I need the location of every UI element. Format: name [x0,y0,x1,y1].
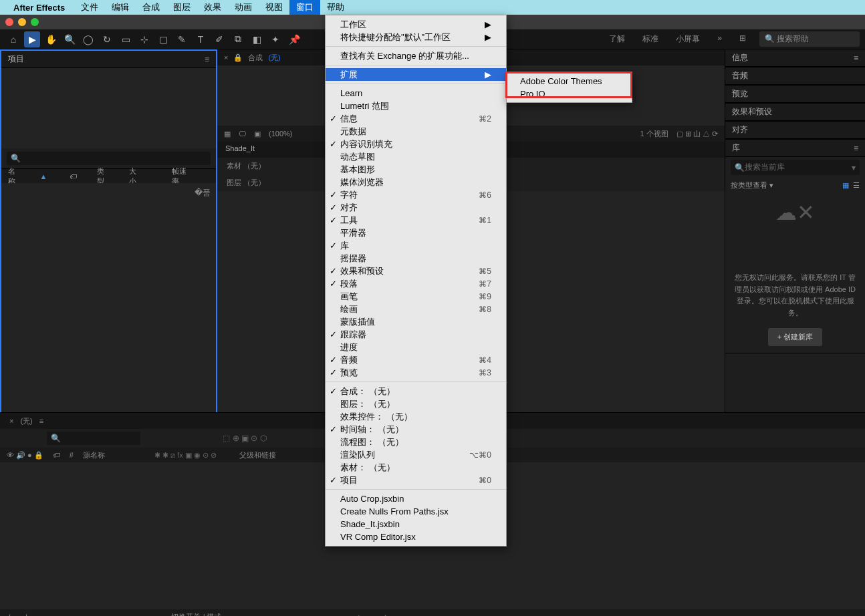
menu-item[interactable]: ✓内容识别填充 [326,138,506,150]
comp-label[interactable]: 合成 [248,53,263,63]
brush-tool-icon[interactable]: ✐ [211,31,227,47]
project-panel-title[interactable]: 项目 [8,53,24,65]
zoom-slider[interactable]: ━ ●━━━━ ▲ [350,613,389,617]
menu-item[interactable]: 平滑器 [326,226,506,239]
menu-item[interactable]: ✓合成： （无） [326,385,506,398]
menu-effect[interactable]: 效果 [197,0,228,15]
menu-item[interactable]: ✓字符⌘6 [326,188,506,201]
workspace-learn[interactable]: 了解 [605,31,629,47]
submenu-adobe-color[interactable]: Adobe Color Themes [507,75,632,88]
timeline-tab[interactable]: (无) [20,416,32,426]
menu-help[interactable]: 帮助 [320,0,351,15]
menu-item[interactable]: ✓信息⌘2 [326,112,506,125]
menu-item[interactable]: ✓项目⌘0 [326,474,506,486]
tag-icon[interactable]: 🏷 [70,172,77,180]
menu-item[interactable]: 扩展▶ [326,68,506,81]
menu-item[interactable]: 绘画⌘8 [326,303,506,315]
menu-anim[interactable]: 动画 [228,0,259,15]
menu-item[interactable]: 摇摆器 [326,252,506,265]
timeline-icons[interactable]: ⬚ ⊕ ▣ ⊙ ⬡ [223,434,266,443]
col-number[interactable]: # [70,451,74,459]
menu-item[interactable]: 效果控件： （无） [326,410,506,423]
menu-item[interactable]: ✓预览⌘3 [326,366,506,379]
menu-item[interactable]: 查找有关 Exchange 的扩展功能... [326,49,506,62]
menu-item[interactable]: 流程图： （无） [326,436,506,448]
puppet-tool-icon[interactable]: 📌 [286,31,302,47]
panel-menu-icon[interactable]: ≡ [854,53,858,63]
panel-align[interactable]: 对齐 [732,124,748,136]
tag-col-icon[interactable]: 🏷 [53,451,60,459]
workspace-small[interactable]: 小屏幕 [672,31,704,47]
switch-icons[interactable]: ✱ ✱ ⧄ fx ▣ ◉ ⊙ ⊘ [154,451,217,460]
menu-item[interactable]: 媒体浏览器 [326,176,506,188]
menu-item[interactable]: 基本图形 [326,163,506,176]
menu-item[interactable]: 工作区▶ [326,18,506,31]
menu-item[interactable]: Create Nulls From Paths.jsx [326,505,506,518]
menu-layer[interactable]: 图层 [166,0,197,15]
close-icon[interactable] [5,18,13,26]
library-sort[interactable]: 按类型查看 [731,180,767,190]
zoom-value[interactable]: (100%) [269,130,292,138]
menu-item[interactable]: 将快捷键分配给"默认"工作区▶ [326,31,506,43]
menu-item[interactable]: 画笔⌘9 [326,290,506,303]
menu-item[interactable]: 渲染队列⌥⌘0 [326,448,506,461]
grid-icon[interactable]: ▦ [224,130,231,138]
menu-item[interactable]: Learn [326,87,506,100]
grid-view-icon[interactable]: ▦ [842,181,849,190]
anchor-tool-icon[interactable]: ⊹ [136,31,152,47]
menu-item[interactable]: VR Comp Editor.jsx [326,530,506,543]
menu-item[interactable]: 蒙版插值 [326,315,506,328]
menu-item[interactable]: ✓音频⌘4 [326,353,506,366]
menu-item[interactable]: 元数据 [326,125,506,138]
alpha-icon[interactable]: ▣ [254,130,261,138]
roto-tool-icon[interactable]: ✦ [267,31,283,47]
workspace-more-icon[interactable]: » [713,31,726,47]
menu-item[interactable]: ✓跟踪器 [326,328,506,341]
zoom-tool-icon[interactable]: 🔍 [61,31,78,47]
list-view-icon[interactable]: ☰ [853,181,860,190]
menu-view[interactable]: 视图 [259,0,289,15]
menu-item[interactable]: ✓段落⌘7 [326,277,506,290]
panel-info[interactable]: 信息 [732,52,748,63]
menu-item[interactable]: 动态草图 [326,150,506,163]
rect-tool-icon[interactable]: ▢ [155,31,171,47]
panel-menu-icon[interactable]: ≡ [205,55,209,64]
menu-item[interactable]: ✓时间轴： （无） [326,423,506,436]
lock-icon[interactable]: 🔒 [233,53,243,62]
toggle-switches[interactable]: 切换开关 / 模式 [171,612,221,617]
orbit-tool-icon[interactable]: ◯ [80,31,96,47]
workspace-reset-icon[interactable]: ⊞ [735,31,750,47]
home-icon[interactable]: ⌂ [5,31,21,47]
menu-item[interactable]: Auto Crop.jsxbin [326,492,506,505]
flow-icon[interactable]: �품 [195,187,211,198]
menu-item[interactable]: Shade_It.jsxbin [326,518,506,530]
menu-item[interactable]: 素材： （无） [326,461,506,474]
help-search[interactable]: 🔍 搜索帮助 [759,31,860,47]
view-icons[interactable]: ▢ ⊞ 山 △ ⟳ [676,129,718,139]
project-search[interactable]: 🔍 [7,152,211,165]
res-icon[interactable]: 🖵 [239,130,246,138]
panel-menu-icon[interactable]: ≡ [854,144,858,153]
menu-item[interactable]: 图层： （无） [326,398,506,410]
rotate-tool-icon[interactable]: ↻ [99,31,115,47]
panel-audio[interactable]: 音频 [732,70,748,82]
eye-icon[interactable]: 👁 🔊 ● 🔒 [7,451,43,460]
menu-item[interactable]: 进度 [326,341,506,353]
menu-item[interactable]: ✓库 [326,239,506,252]
close-tab-icon[interactable]: × [9,417,13,425]
clone-tool-icon[interactable]: ⧉ [230,31,246,47]
zoom-icon[interactable] [31,18,39,26]
text-tool-icon[interactable]: T [193,31,209,47]
submenu-pro-io[interactable]: Pro IO [507,88,632,100]
tab-menu-icon[interactable]: ≡ [39,417,43,425]
eraser-tool-icon[interactable]: ◧ [249,31,265,47]
menu-item[interactable]: Lumetri 范围 [326,100,506,112]
panel-preview[interactable]: 预览 [732,88,748,100]
menu-item[interactable]: ✓工具⌘1 [326,214,506,226]
menu-file[interactable]: 文件 [74,0,105,15]
menu-comp[interactable]: 合成 [136,0,166,15]
create-library-button[interactable]: + 创建新库 [768,328,822,346]
panel-library[interactable]: 库 [732,142,740,154]
tl-foot-icons[interactable]: ⊹ ▭ ⊹ [7,613,29,617]
menu-edit[interactable]: 编辑 [105,0,136,15]
